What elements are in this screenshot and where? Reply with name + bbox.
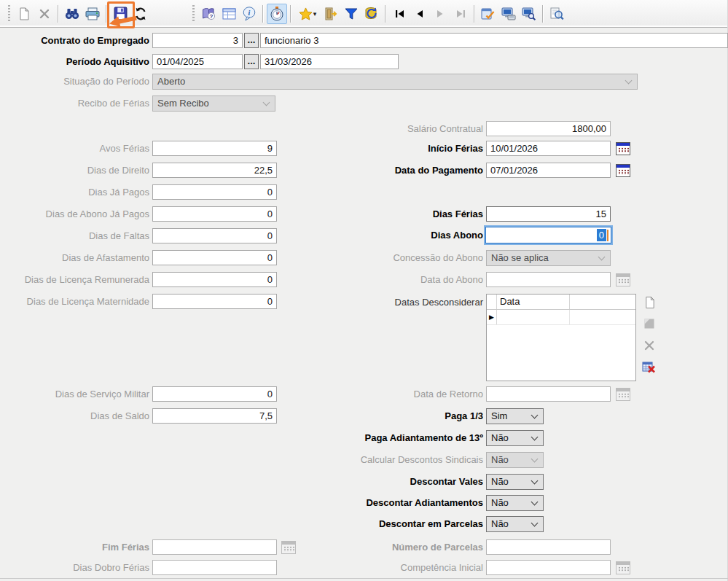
concessao-combobox[interactable]: Não se aplica [486,250,611,266]
inicio-ferias-calendar-icon[interactable] [616,142,630,155]
save-floppy-icon [114,7,128,20]
grid-cell[interactable] [497,310,570,324]
star-icon [299,7,313,20]
avos-ferias-field[interactable]: 9 [152,141,277,156]
dias-abono-field[interactable]: 0 [485,227,611,243]
contrato-code-field[interactable]: 3 [152,33,243,48]
descontos-sindicais-combobox[interactable]: Não [486,452,544,468]
preview-button[interactable] [547,4,567,24]
periodo-browse-button[interactable]: ... [244,54,259,69]
contrato-name-field[interactable]: funcionario 3 [260,33,728,48]
descontar-vales-combobox[interactable]: Não [486,474,544,490]
descontar-adiantamentos-combobox[interactable]: Não [486,495,544,511]
dias-serv-militar-label: Dias de Serviço Militar [0,386,149,402]
nav-first-button[interactable] [389,4,410,24]
new-button[interactable] [14,4,34,24]
computer-print-icon [501,7,516,20]
delete-button[interactable] [34,4,55,24]
report-print-button[interactable] [498,4,519,24]
filter-button[interactable] [341,4,361,24]
data-pagamento-field[interactable]: 07/01/2026 [486,163,611,178]
ferias-window: ? i ▾ [0,0,728,581]
descontar-parcelas-combobox[interactable]: Não [486,516,544,532]
grid-row[interactable]: ▶ [487,310,635,325]
competencia-calendar-icon [616,561,630,574]
contrato-browse-button[interactable]: ... [244,33,259,48]
refresh-arrows-icon [134,7,147,20]
nav-last-button[interactable] [450,4,471,24]
refresh-data-button[interactable] [361,4,382,24]
datas-desconsiderar-grid[interactable]: Data ▶ [486,294,636,381]
data-retorno-field[interactable] [486,386,611,402]
dias-ja-pagos-field[interactable]: 0 [152,184,277,200]
inicio-ferias-field[interactable]: 10/01/2026 [486,141,611,156]
text-caret [607,230,608,241]
descontar-adiantamentos-label: Descontar Adiantamentos [219,495,483,510]
find-button[interactable] [62,4,82,24]
print-button[interactable] [82,4,103,24]
bottom-divider [0,578,728,579]
info-button[interactable]: i [239,4,259,24]
paga-adiantamento-combobox[interactable]: Não [486,430,544,446]
competencia-field[interactable] [486,560,611,575]
nav-previous-button[interactable] [410,4,430,24]
help-book-button[interactable]: ? [198,4,219,24]
toolbar-grip [192,5,195,23]
grid-column-data[interactable]: Data [497,295,570,309]
grid-row-selector: ▶ [487,310,497,324]
refresh-button[interactable] [130,4,151,24]
dias-ferias-label: Dias Férias [219,206,483,222]
post-record-button[interactable] [478,4,498,24]
periodo-inicio-field[interactable]: 01/04/2025 [152,54,243,69]
dias-dobro-label: Dias Dobro Férias [0,560,149,575]
save-button[interactable] [110,4,130,24]
toolbar-separator [262,5,264,23]
grid-delete-all-button[interactable] [641,359,658,376]
toolbar-separator [106,5,107,23]
grid-delete-button[interactable] [641,338,658,355]
table-icon [222,8,236,20]
dias-direito-label: Dias de Direito [0,163,149,178]
dias-direito-field[interactable]: 22,5 [152,163,277,178]
descontar-vales-label: Descontar Vales [219,474,483,489]
data-abono-field[interactable] [486,272,611,287]
periodo-fim-field[interactable]: 31/03/2026 [260,54,399,69]
situacao-label: Situação do Período [0,74,149,89]
dias-saldo-label: Dias de Saldo [0,408,149,424]
toolbar-separator [290,5,291,23]
main-toolbar: ? i ▾ [0,0,727,28]
grid-add-button[interactable] [641,295,658,312]
favorites-button[interactable]: ▾ [294,4,321,24]
grid-edit-icon [643,318,655,332]
door-exit-icon [324,7,338,20]
data-retorno-label: Data de Retorno [219,386,483,402]
grid-view-button[interactable] [219,4,239,24]
contrato-label: Contrato do Empregado [0,33,149,48]
selected-text: 0 [597,229,606,241]
grid-delete-x-icon [643,340,655,354]
report-find-button[interactable] [519,4,539,24]
exit-button[interactable] [321,4,341,24]
row-arrow-icon: ▶ [489,314,494,321]
dias-ferias-field[interactable]: 15 [486,206,611,222]
database-refresh-icon [364,7,379,20]
situacao-combobox[interactable]: Aberto [152,74,638,90]
info-balloon-icon: i [243,7,256,21]
grid-new-page-icon [643,296,656,311]
grid-edit-button[interactable] [641,316,658,333]
data-pagamento-calendar-icon[interactable] [616,164,630,177]
grid-header-row: Data [487,295,635,310]
recibo-combobox[interactable]: Sem Recibo [152,95,275,112]
paga-terco-combobox[interactable]: Sim [486,408,544,424]
recibo-label: Recibo de Férias [0,95,149,111]
dias-lic-maternidade-label: Dias de Licença Maternidade [0,294,149,309]
timer-toggle-button[interactable] [267,4,287,24]
nav-next-button[interactable] [430,4,450,24]
svg-text:i: i [248,8,251,16]
nav-last-icon [456,9,466,18]
salario-label: Salário Contratual [219,121,483,136]
paga-terco-label: Paga 1/3 [219,408,483,424]
nav-previous-icon [416,9,423,18]
printer-icon [85,7,100,20]
numero-parcelas-field[interactable] [486,539,611,555]
